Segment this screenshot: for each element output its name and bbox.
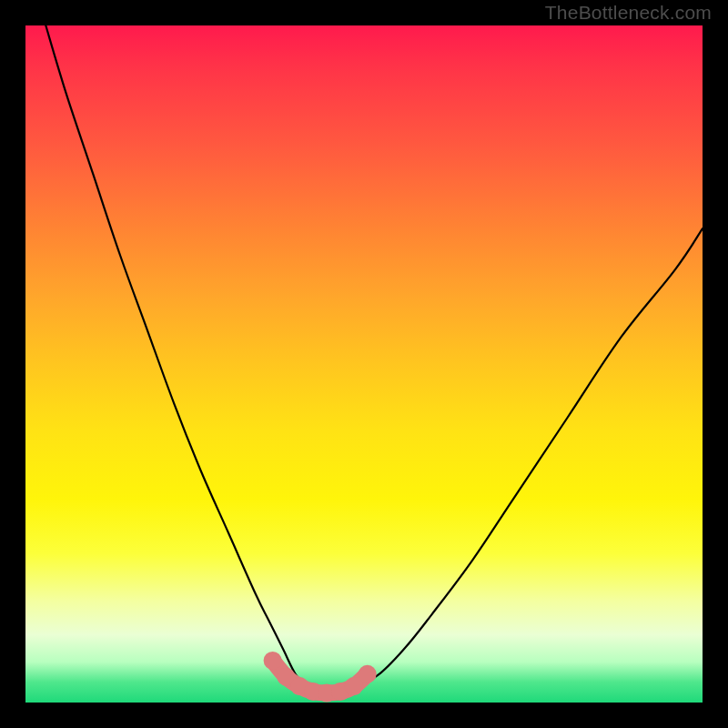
valley-marker-dots xyxy=(264,652,377,703)
bottleneck-curve-line xyxy=(46,25,703,697)
valley-marker-dot xyxy=(264,652,282,670)
valley-marker-dot xyxy=(345,677,363,695)
plot-area xyxy=(25,25,703,703)
chart-svg xyxy=(25,25,703,703)
watermark-label: TheBottleneck.com xyxy=(545,2,712,24)
valley-marker-dot xyxy=(359,665,377,683)
chart-frame: TheBottleneck.com xyxy=(0,0,728,728)
